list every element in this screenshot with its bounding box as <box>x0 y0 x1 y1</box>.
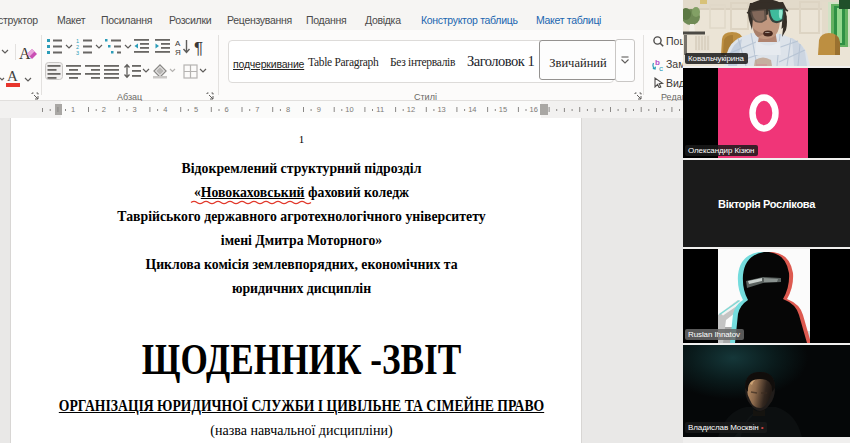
svg-text:8: 8 <box>286 105 290 114</box>
svg-text:5: 5 <box>194 105 198 114</box>
svg-text:Пош: Пош <box>666 36 683 47</box>
svg-text:1: 1 <box>71 105 75 114</box>
svg-text:Вид: Вид <box>666 77 683 88</box>
svg-text:Зам: Зам <box>666 58 683 70</box>
svg-text:3: 3 <box>133 105 137 114</box>
svg-text:6: 6 <box>225 105 229 114</box>
svg-text:10: 10 <box>345 105 353 114</box>
svg-text:13: 13 <box>437 105 445 114</box>
svg-text:9: 9 <box>317 105 321 114</box>
svg-text:12: 12 <box>407 105 415 114</box>
svg-text:15: 15 <box>499 105 507 114</box>
svg-text:Я: Я <box>175 48 181 57</box>
svg-text:2: 2 <box>102 105 106 114</box>
svg-text:16: 16 <box>530 105 538 114</box>
svg-text:4: 4 <box>163 105 167 114</box>
svg-text:14: 14 <box>468 105 476 114</box>
svg-text:c: c <box>659 64 663 73</box>
svg-text:3: 3 <box>76 50 79 56</box>
svg-text:A: A <box>7 68 18 84</box>
svg-text:11: 11 <box>376 105 384 114</box>
svg-text:7: 7 <box>255 105 259 114</box>
svg-text:¶: ¶ <box>194 39 203 58</box>
